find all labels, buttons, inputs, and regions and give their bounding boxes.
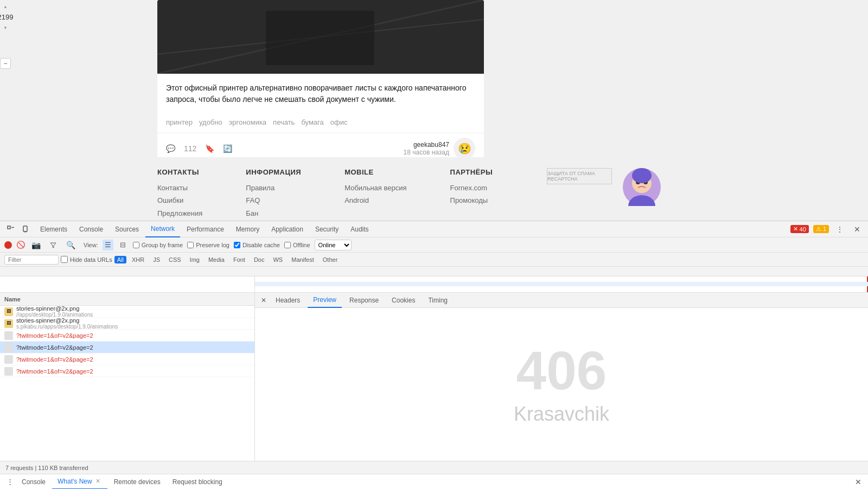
mascot-avatar [623,168,661,206]
preview-close-btn[interactable]: ✕ [259,296,268,305]
tag-ofis: офис [330,118,348,126]
file-item-2[interactable]: 🖼 stories-spinner@2x.png s.pikabu.ru/app… [0,318,254,330]
more-tabs-btn[interactable]: ⋮ [4,477,15,487]
record-btn[interactable] [4,241,12,249]
bottom-tab-requestblocking[interactable]: Request blocking [167,474,228,490]
bookmark-icon[interactable]: 🔖 [205,144,214,153]
file-item-4[interactable]: ?twitmode=1&of=v2&page=2 [0,342,254,353]
group-by-frame-text: Group by frame [142,242,183,248]
file-item-1[interactable]: 🖼 stories-spinner@2x.png //apps/desktop/… [0,306,254,318]
filter-manifest[interactable]: Manifest [288,255,317,265]
filter-toggle-btn[interactable] [47,239,60,252]
footer-title-kontakty: КОНТАКТЫ [157,168,202,176]
camera-btn[interactable]: 📷 [29,239,42,252]
tab-application[interactable]: Application [266,221,309,237]
footer-link-ban[interactable]: Бан [246,207,301,220]
footer-link-kontakty[interactable]: Контакты [157,182,202,194]
file-item-5[interactable]: ?twitmode=1&of=v2&page=2 [0,353,254,365]
footer-link-promokody[interactable]: Промокоды [450,194,493,207]
devtools-tabs: Elements Console Sources Network Perform… [35,221,788,237]
post-username: geekabu847 [404,141,449,149]
footer-link-android[interactable]: Android [344,194,406,207]
list-view-btn[interactable]: ☰ [103,240,113,250]
bottom-tab-remotedevices[interactable]: Remote devices [108,474,166,490]
footer-link-fornex[interactable]: Fornex.com [450,182,493,194]
preview-tab-headers[interactable]: Headers [270,293,305,308]
bottom-tab-console[interactable]: Console [16,474,51,490]
filter-js[interactable]: JS [150,255,163,265]
hide-data-label[interactable]: Hide data URLs [61,256,112,263]
comment-count: 112 [184,144,196,153]
group-by-frame-label[interactable]: Group by frame [133,242,183,248]
bottom-tab-console-label: Console [22,478,46,486]
file-icon-5 [4,355,13,364]
preview-tab-response[interactable]: Response [344,293,384,308]
footer-link-predlozheniya[interactable]: Предложения [157,207,202,220]
filter-img[interactable]: Img [187,255,203,265]
comment-icon[interactable]: 💬 [166,144,175,153]
tab-elements[interactable]: Elements [35,221,73,237]
bottom-tab-whatsnew[interactable]: What's New ✕ [52,474,107,490]
error-display: 406 Krasavchik [514,343,609,426]
close-bottom-panel-btn[interactable]: ✕ [853,477,864,487]
footer-col-info: ИНФОРМАЦИЯ Правила FAQ Бан [246,168,301,220]
zoom-out-btn[interactable]: − [0,58,11,69]
large-view-btn[interactable]: ⊟ [118,240,129,250]
preview-tab-timing[interactable]: Timing [423,293,453,308]
scroll-up-arrow[interactable]: ▲ [1,2,10,11]
file-list-header: Name [0,293,254,306]
tab-security[interactable]: Security [310,221,344,237]
post-image [157,0,484,74]
filter-xhr[interactable]: XHR [129,255,148,265]
file-item-6[interactable]: ?twitmode=1&of=v2&page=2 [0,365,254,377]
filter-other[interactable]: Other [320,255,341,265]
tab-console[interactable]: Console [74,221,108,237]
captcha: ЗАЩИТА ОТ СПАМА RECAPTCHA [547,168,612,184]
error-code: 406 [514,343,609,397]
disable-cache-checkbox[interactable] [234,242,240,248]
group-by-frame-checkbox[interactable] [133,242,139,248]
footer-link-oshibki[interactable]: Ошибки [157,194,202,207]
filter-input[interactable] [4,255,59,265]
tag-bumaga: бумага [301,118,323,126]
tab-memory[interactable]: Memory [231,221,265,237]
tab-sources[interactable]: Sources [110,221,144,237]
disable-cache-text: Disable cache [242,242,280,248]
preview-tab-preview[interactable]: Preview [308,293,342,308]
close-devtools-btn[interactable]: ✕ [851,223,864,236]
device-toolbar-btn[interactable] [20,223,33,236]
settings-btn[interactable]: ⋮ [833,223,846,236]
file-icon-2: 🖼 [4,319,13,328]
tab-performance[interactable]: Performance [181,221,229,237]
offline-label[interactable]: Offline [284,242,310,248]
tag-ergonomika: эргономика [229,118,266,126]
throttle-select[interactable]: Online Fast 3G Slow 3G Offline [315,240,352,250]
post-actions: 💬 112 🔖 🔄 [166,144,232,153]
file-item-3[interactable]: ?twitmode=1&of=v2&page=2 [0,330,254,342]
footer-link-faq[interactable]: FAQ [246,194,301,207]
bottom-tab-remotedevices-label: Remote devices [114,478,161,486]
filter-doc[interactable]: Doc [251,255,268,265]
footer-link-mobile[interactable]: Мобильная версия [344,182,406,194]
devtools-panel: Elements Console Sources Network Perform… [0,221,868,489]
search-btn[interactable]: 🔍 [64,239,77,252]
preserve-log-checkbox[interactable] [187,242,194,248]
close-whatsnew-btn[interactable]: ✕ [94,478,102,485]
file-name-6: ?twitmode=1&of=v2&page=2 [16,368,250,375]
preview-tab-cookies[interactable]: Cookies [386,293,420,308]
inspect-element-btn[interactable] [4,223,17,236]
disable-cache-label[interactable]: Disable cache [234,242,280,248]
scroll-down-arrow[interactable]: ▼ [1,23,10,32]
filter-font[interactable]: Font [230,255,248,265]
clear-btn[interactable]: 🚫 [16,241,25,249]
offline-checkbox[interactable] [284,242,291,248]
filter-media[interactable]: Media [205,255,228,265]
filter-ws[interactable]: WS [270,255,286,265]
footer-link-pravila[interactable]: Правила [246,182,301,194]
share-icon[interactable]: 🔄 [223,144,232,153]
hide-data-checkbox[interactable] [61,256,68,263]
tab-audits[interactable]: Audits [345,221,374,237]
filter-css[interactable]: CSS [165,255,184,265]
tab-network[interactable]: Network [145,221,180,237]
preserve-log-label[interactable]: Preserve log [187,242,229,248]
